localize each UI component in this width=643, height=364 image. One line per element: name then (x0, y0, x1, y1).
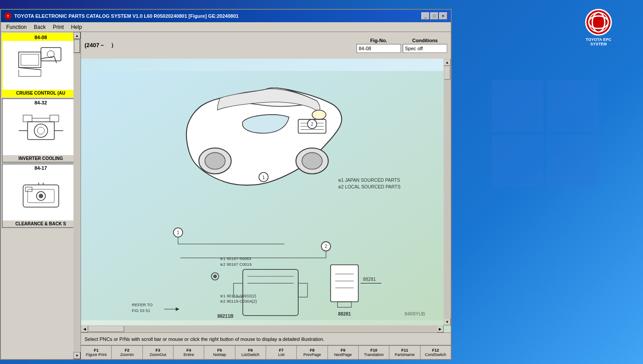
left-panel-scrollbar[interactable]: ▲ ▼ (73, 32, 81, 359)
fkey-f7[interactable]: F7 List (266, 346, 297, 359)
diagram-svg: 1 2 ※1 JAPAN SOURCED PARTS ※2 LOCAL SOUR… (81, 59, 451, 332)
thumb-header-84-17: 84-17 (3, 164, 79, 172)
thumb-label-84-32: INVERTER COOLING (3, 155, 79, 162)
fig-conditions-panel: Fig-No. Conditions (310, 38, 447, 53)
svg-text:REFER TO: REFER TO (132, 303, 153, 307)
svg-line-6 (54, 56, 57, 63)
close-button[interactable]: ✕ (439, 12, 447, 20)
diagram-vscrollbar[interactable]: ▲ ▼ (444, 59, 451, 325)
fkey-f12-num: F12 (432, 348, 439, 352)
fkey-f1[interactable]: F1 Figure Print (81, 346, 112, 359)
fkey-f2-num: F2 (125, 348, 129, 352)
diagram-scroll-thumb[interactable] (444, 66, 450, 80)
fkey-f3-num: F3 (156, 348, 161, 352)
menu-help[interactable]: Help (67, 23, 85, 31)
svg-text:1: 1 (177, 230, 179, 235)
diagram-scroll-track (444, 66, 451, 318)
left-panel: 84-08 (1, 32, 81, 359)
fkey-f2[interactable]: F2 ZoomIn (112, 346, 142, 359)
thumb-header-84-08: 84-08 (3, 34, 79, 41)
svg-point-30 (205, 152, 225, 169)
thumb-img-84-17 (3, 172, 79, 220)
toyota-epc-desktop-icon[interactable]: TOYOTA EPC SYSTEM (581, 9, 616, 46)
fkey-f10-label: Translation (364, 352, 384, 357)
fkey-f12[interactable]: F12 CondSwitch (421, 346, 451, 359)
menu-print[interactable]: Print (49, 23, 68, 31)
svg-point-14 (34, 124, 48, 137)
fkey-f5-num: F5 (217, 348, 222, 352)
diagram-scroll-left[interactable]: ◀ (81, 325, 88, 332)
thumbnail-84-08[interactable]: 84-08 (2, 33, 80, 97)
svg-rect-18 (23, 115, 32, 122)
app-icon: T (4, 12, 12, 20)
fkey-f4-label: Entire (183, 352, 194, 357)
content-area: 84-08 (1, 32, 451, 359)
fig-no-input[interactable] (356, 44, 401, 53)
scroll-up-arrow[interactable]: ▲ (73, 32, 81, 39)
svg-point-56 (213, 275, 217, 278)
fkey-f10[interactable]: F10 Translation (359, 346, 389, 359)
title-bar-left: T TOYOTA ELECTRONIC PARTS CATALOG SYSTEM… (4, 12, 239, 20)
svg-text:88281: 88281 (363, 277, 376, 282)
fkey-f2-label: ZoomIn (120, 352, 134, 357)
fkey-f3-label: ZoomOut (150, 352, 166, 357)
desktop: TOYOTA EPC SYSTEM T TOYOTA ELECTRONIC PA… (0, 0, 643, 364)
thumbnail-84-17[interactable]: 84-17 CLEARANCE & BACK (2, 164, 80, 228)
conditions-input[interactable] (403, 44, 447, 53)
fkey-f1-num: F1 (94, 348, 99, 352)
fkey-f4-num: F4 (186, 348, 191, 352)
svg-point-33 (312, 110, 326, 120)
fkey-f8[interactable]: F8 PrevPage (297, 346, 328, 359)
windows-logo (483, 71, 607, 196)
svg-text:※1 90167-50063: ※1 90167-50063 (220, 256, 251, 261)
scroll-track-left (73, 39, 81, 352)
thumb-img-84-08 (3, 41, 79, 90)
diagram-scroll-up[interactable]: ▲ (444, 59, 451, 66)
svg-text:2: 2 (325, 244, 328, 249)
thumbnail-84-32[interactable]: 84-32 I (2, 98, 80, 163)
fkey-f4[interactable]: F4 Entire (174, 346, 204, 359)
fkey-f11[interactable]: F11 PartsName (389, 346, 420, 359)
fkey-f6-label: ListSwitch (242, 352, 260, 357)
top-info-bar: (2407－ ） Fig-No. Conditions (81, 32, 451, 59)
window-title: TOYOTA ELECTRONIC PARTS CATALOG SYSTEM V… (14, 13, 239, 19)
fkey-f9[interactable]: F9 NextPage (328, 346, 359, 359)
fkey-f3[interactable]: F3 ZoomOut (143, 346, 174, 359)
fkey-f11-label: PartsName (395, 352, 415, 357)
maximize-button[interactable]: □ (430, 12, 438, 20)
title-bar: T TOYOTA ELECTRONIC PARTS CATALOG SYSTEM… (1, 10, 451, 22)
scroll-down-arrow[interactable]: ▼ (73, 352, 81, 359)
diagram-hscroll-track (88, 325, 437, 332)
fkey-f9-label: NextPage (334, 352, 352, 357)
svg-point-24 (39, 194, 43, 198)
minimize-button[interactable]: _ (421, 12, 429, 20)
menu-bar: Function Back Print Help (1, 22, 451, 32)
svg-text:※2 90119-C0304(2): ※2 90119-C0304(2) (220, 299, 257, 304)
toyota-icon-image (585, 9, 612, 36)
diagram-scroll-right[interactable]: ▶ (437, 325, 444, 332)
scroll-thumb-left[interactable] (74, 40, 80, 53)
fkey-f5-label: NoMap (213, 352, 226, 357)
svg-text:※2 90167 C0019: ※2 90167 C0019 (220, 262, 252, 267)
fkey-f6[interactable]: F6 ListSwitch (235, 346, 266, 359)
thumb-header-84-32: 84-32 (3, 99, 79, 106)
svg-text:※1 JAPAN SOURCED PARTS: ※1 JAPAN SOURCED PARTS (338, 178, 400, 183)
model-label: (2407－ ） (85, 41, 307, 49)
fig-header-row: Fig-No. Conditions (310, 38, 447, 43)
diagram-scroll[interactable]: 1 2 ※1 JAPAN SOURCED PARTS ※2 LOCAL SOUR… (81, 59, 451, 332)
svg-rect-4 (21, 54, 39, 65)
conditions-label: Conditions (403, 38, 447, 43)
fkey-f5[interactable]: F5 NoMap (204, 346, 235, 359)
svg-text:※2 LOCAL SOURCED PARTS: ※2 LOCAL SOURCED PARTS (338, 184, 401, 189)
status-message: Select PNCs or P/Ns with scroll bar or m… (85, 336, 324, 342)
fkey-f6-num: F6 (248, 348, 253, 352)
diagram-scroll-down[interactable]: ▼ (444, 318, 451, 325)
diagram-hscrollbar[interactable]: ◀ ▶ (81, 325, 444, 332)
fkey-f1-label: Figure Print (86, 352, 107, 357)
diagram-hscroll-thumb[interactable] (89, 326, 124, 332)
toyota-epc-label: TOYOTA EPC SYSTEM (581, 37, 616, 46)
menu-function[interactable]: Function (3, 23, 30, 31)
fkey-f7-label: List (278, 352, 284, 357)
menu-back[interactable]: Back (30, 23, 49, 31)
svg-text:88281: 88281 (338, 312, 351, 316)
